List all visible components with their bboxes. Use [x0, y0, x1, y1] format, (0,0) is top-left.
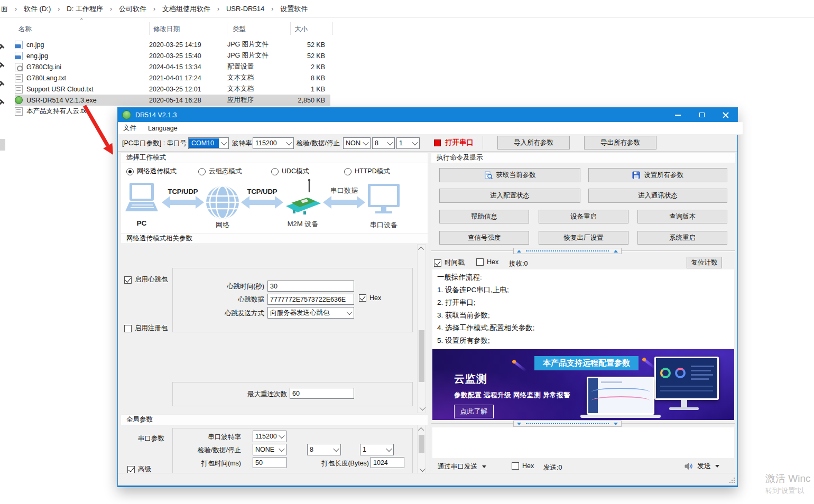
column-header-size[interactable]: 大小 — [294, 25, 308, 34]
breadcrumb-item[interactable]: USR-DR514 — [226, 5, 264, 13]
window-title: DR514 V2.1.3 — [135, 111, 177, 119]
file-row[interactable]: G780Cfg.ini 2024-04-15 13:34 配置设置 2 KB — [15, 61, 330, 72]
chevron-down-icon[interactable] — [284, 138, 293, 148]
column-divider[interactable] — [227, 22, 227, 35]
databits-select[interactable]: 8 — [372, 137, 395, 149]
menu-file[interactable]: 文件 — [123, 124, 136, 133]
chevron-down-icon[interactable] — [277, 431, 286, 442]
log-line: 4. 选择工作模式,配置相关参数; — [437, 323, 535, 333]
file-row[interactable]: cn.jpg 2020-03-25 14:19 JPG 图片文件 52 KB — [15, 39, 330, 50]
heartbeat-time-input[interactable] — [267, 281, 354, 292]
parity-select[interactable]: NONI — [343, 137, 371, 149]
scrollbar-thumb[interactable] — [419, 435, 424, 453]
file-row-selected[interactable]: USR-DR514 V2.1.3.exe 2020-05-14 16:28 应用… — [15, 95, 330, 106]
file-row[interactable]: eng.jpg 2020-03-25 15:40 JPG 图片文件 52 KB — [15, 50, 330, 61]
send-button[interactable]: 发送 — [684, 461, 719, 471]
breadcrumb-item[interactable]: 公司软件 — [119, 4, 146, 14]
chevron-down-icon[interactable] — [219, 138, 228, 148]
column-header-type[interactable]: 类型 — [233, 25, 246, 34]
file-row[interactable]: Support USR Cloud.txt 2020-03-25 12:01 文… — [15, 83, 330, 95]
chevron-down-icon[interactable] — [345, 307, 354, 318]
column-header-name[interactable]: 名称 — [18, 25, 32, 34]
chevron-down-icon[interactable] — [361, 138, 370, 148]
column-header-date[interactable]: 修改日期 — [153, 25, 180, 34]
pack-time-input[interactable] — [253, 457, 286, 468]
scrollbar-thumb[interactable] — [419, 330, 424, 382]
open-port-button[interactable]: 打开串口 — [434, 138, 474, 147]
breadcrumb-item[interactable]: 面 — [1, 4, 8, 14]
send-input-area[interactable] — [432, 427, 734, 458]
banner-badge-text: 本产品支持远程配置参数 — [543, 358, 630, 368]
column-divider[interactable] — [149, 22, 150, 35]
global-parity-select[interactable]: NONE — [253, 444, 286, 455]
chevron-down-icon[interactable] — [277, 444, 286, 455]
radio-httpd-mode[interactable]: HTTPD模式 — [344, 167, 390, 176]
chevron-down-icon[interactable] — [384, 444, 393, 455]
import-params-button[interactable]: 导入所有参数 — [497, 136, 570, 150]
enter-config-button[interactable]: 进入配置状态 — [439, 189, 580, 203]
scroll-up-icon[interactable] — [418, 425, 426, 434]
arrow-icon — [241, 196, 283, 209]
send-mode-dropdown[interactable]: 通过串口发送 — [438, 462, 486, 471]
chevron-down-icon[interactable] — [331, 444, 340, 455]
radio-udc-mode[interactable]: UDC模式 — [271, 167, 309, 176]
query-version-button[interactable]: 查询版本 — [637, 210, 727, 223]
menu-language[interactable]: Language — [148, 125, 178, 132]
section-header-net-params: 网络透传模式相关参数 — [121, 233, 428, 244]
send-hex-checkbox[interactable]: Hex — [512, 462, 534, 470]
global-baud-select[interactable]: 115200 — [253, 431, 286, 442]
maximize-button[interactable] — [690, 108, 714, 122]
breadcrumb-item[interactable]: 文档组使用软件 — [162, 4, 210, 14]
banner-cta-button[interactable]: 点此了解 — [454, 405, 494, 418]
breadcrumb-item[interactable]: 设置软件 — [280, 4, 308, 14]
system-restart-button[interactable]: 系统重启 — [637, 231, 727, 245]
global-databits-select[interactable]: 8 — [307, 444, 341, 455]
factory-reset-button[interactable]: 恢复出厂设置 — [539, 231, 628, 245]
scroll-down-icon[interactable] — [418, 404, 426, 413]
reconnect-input[interactable] — [290, 388, 354, 399]
global-stopbits-select[interactable]: 1 — [360, 444, 394, 455]
title-bar[interactable]: DR514 V2.1.3 — [118, 108, 737, 122]
export-params-button[interactable]: 导出所有参数 — [584, 136, 656, 150]
breadcrumb-item[interactable]: D: 工作程序 — [67, 4, 103, 14]
log-line: 一般操作流程: — [437, 273, 482, 282]
column-divider[interactable] — [332, 22, 333, 35]
reset-count-button[interactable]: 复位计数 — [687, 257, 722, 268]
recv-hex-checkbox[interactable]: Hex — [476, 258, 498, 266]
nav-scrollbar-stub[interactable] — [0, 139, 5, 151]
com-port-select[interactable]: COM10 — [188, 137, 229, 149]
heartbeat-enable-checkbox[interactable]: 启用心跳包 — [124, 275, 168, 284]
resize-grip[interactable] — [729, 478, 735, 483]
radio-net-transparent-mode[interactable]: 网络透传模式 — [126, 167, 177, 176]
stopbits-select[interactable]: 1 — [396, 137, 420, 149]
splitter-handle[interactable] — [513, 421, 622, 427]
radio-cloud-scada-mode[interactable]: 云组态模式 — [198, 167, 242, 176]
splitter-handle[interactable] — [513, 248, 622, 254]
net-params-scrollbar[interactable] — [417, 244, 426, 413]
heartbeat-hex-checkbox[interactable]: Hex — [359, 294, 381, 302]
help-info-button[interactable]: 帮助信息 — [439, 210, 529, 223]
enter-comm-button[interactable]: 进入通讯状态 — [588, 189, 727, 203]
get-params-button[interactable]: 获取当前参数 — [439, 168, 580, 182]
device-restart-button[interactable]: 设备重启 — [539, 210, 628, 223]
chevron-down-icon[interactable] — [410, 138, 419, 148]
timestamp-checkbox[interactable]: 时间戳 — [434, 258, 465, 267]
close-button[interactable] — [714, 108, 737, 122]
column-divider[interactable] — [290, 22, 291, 35]
scroll-up-icon[interactable] — [418, 245, 426, 253]
register-enable-checkbox[interactable]: 启用注册包 — [124, 324, 168, 333]
promo-banner[interactable]: 本产品支持远程配置参数 云监测 参数配置 远程升级 网络监测 异常报警 点此了解 — [432, 349, 734, 420]
splitter-bottom[interactable] — [431, 421, 735, 427]
pack-len-input[interactable] — [371, 457, 404, 468]
heartbeat-data-input[interactable] — [267, 294, 354, 305]
global-params-scrollbar[interactable] — [417, 425, 426, 474]
chevron-down-icon[interactable] — [385, 138, 394, 148]
baud-select[interactable]: 115200 — [253, 137, 294, 149]
breadcrumb-item[interactable]: 软件 (D:) — [24, 4, 51, 14]
heartbeat-mode-select[interactable]: 向服务器发送心跳包 — [267, 307, 354, 319]
splitter-top[interactable] — [431, 247, 735, 255]
file-row[interactable]: G780Lang.txt 2021-04-01 17:24 文本文档 8 KB — [15, 72, 330, 83]
set-params-button[interactable]: 设置所有参数 — [588, 168, 727, 182]
minimize-button[interactable] — [666, 108, 690, 122]
signal-strength-button[interactable]: 查信号强度 — [439, 231, 529, 245]
